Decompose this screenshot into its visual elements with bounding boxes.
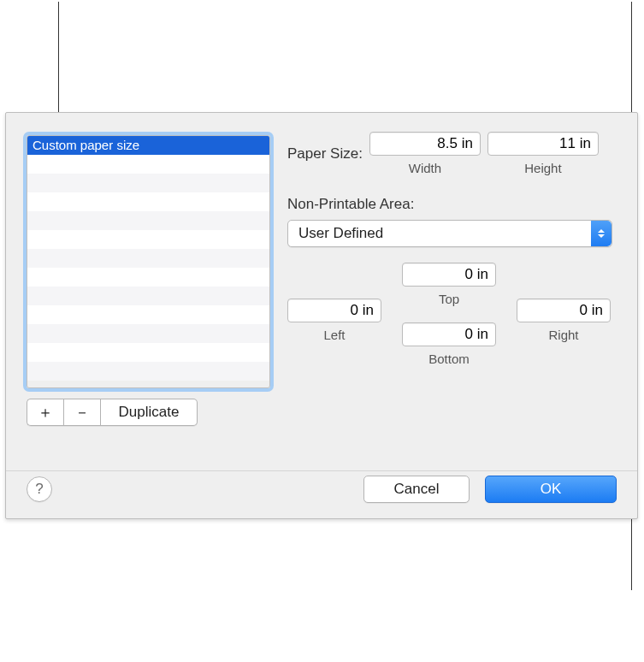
paper-size-list[interactable]: Custom paper size (27, 135, 270, 388)
list-item[interactable] (27, 287, 269, 305)
custom-paper-size-dialog: Custom paper size ＋ － Duplicate (5, 112, 638, 519)
margin-top-label: Top (439, 292, 459, 306)
list-item[interactable] (27, 230, 269, 249)
list-item[interactable] (27, 268, 269, 287)
list-item[interactable] (27, 362, 269, 381)
list-item[interactable] (27, 192, 269, 211)
margin-top-field[interactable] (402, 263, 496, 287)
divider (6, 470, 637, 471)
list-item[interactable]: Custom paper size (27, 136, 269, 155)
cancel-button[interactable]: Cancel (363, 476, 470, 503)
width-sublabel: Width (409, 161, 441, 175)
margin-bottom-label: Bottom (428, 352, 470, 366)
popup-value: User Defined (288, 225, 383, 242)
remove-button[interactable]: － (63, 399, 101, 426)
help-button[interactable]: ? (27, 476, 52, 502)
non-printable-area-popup[interactable]: User Defined (287, 220, 612, 247)
list-item[interactable] (27, 155, 269, 174)
margin-bottom-field[interactable] (402, 322, 496, 346)
chevron-up-down-icon (591, 221, 612, 246)
margin-left-label: Left (323, 328, 345, 342)
margin-left-field[interactable] (287, 298, 381, 322)
list-item[interactable] (27, 211, 269, 230)
paper-size-label: Paper Size: (287, 145, 363, 163)
margin-right-label: Right (548, 328, 578, 342)
list-item[interactable] (27, 324, 269, 343)
duplicate-button[interactable]: Duplicate (101, 399, 198, 426)
list-item[interactable] (27, 249, 269, 268)
list-item[interactable] (27, 305, 269, 324)
non-printable-area-label: Non-Printable Area: (287, 196, 617, 213)
add-button[interactable]: ＋ (27, 399, 63, 426)
margin-right-field[interactable] (517, 298, 611, 322)
width-field[interactable] (369, 132, 481, 156)
ok-button[interactable]: OK (485, 476, 617, 503)
list-item[interactable] (27, 343, 269, 362)
margins-group: Top Left Right Bottom (287, 263, 611, 399)
height-field[interactable] (487, 132, 599, 156)
height-sublabel: Height (524, 161, 561, 175)
list-item[interactable] (27, 174, 269, 192)
